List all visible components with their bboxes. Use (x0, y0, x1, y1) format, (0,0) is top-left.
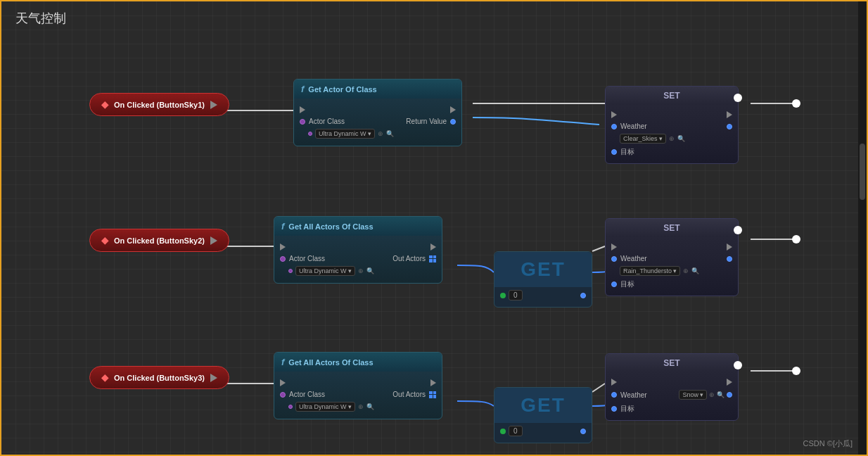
watermark: CSDN ©[小瓜] (803, 438, 853, 449)
set-node-1[interactable]: SET Weather (605, 86, 739, 164)
set-exec-row-3 (606, 376, 738, 388)
exec-in-arrow-3 (280, 379, 286, 386)
search-icon-1[interactable]: 🔍 (386, 130, 394, 137)
weather-chevron-3: ▾ (700, 391, 703, 398)
get-actor-of-class-node[interactable]: f Get Actor Of Class Actor Class Return … (293, 79, 462, 146)
set-header-2: SET (606, 219, 738, 237)
weather-left-1: Weather (611, 122, 647, 130)
weather-pin-row-2: Weather (606, 253, 738, 265)
weather-label-3: Weather (620, 391, 647, 399)
event-node-2[interactable]: ◆ On Clicked (ButtonSky2) (89, 229, 229, 252)
target-dot-2 (611, 281, 617, 287)
set-header-1: SET (606, 87, 738, 105)
add-icon-3[interactable]: ⊕ (358, 403, 364, 410)
get-header-2: GET (494, 252, 592, 287)
add-icon-2[interactable]: ⊕ (358, 267, 364, 274)
get-body-2: 0 (494, 287, 592, 303)
actor-class-dropdown-2[interactable]: Ultra Dynamic W ▾ (295, 266, 355, 276)
actor-class-sub-2[interactable]: Ultra Dynamic W ▾ ⊕ 🔍 (274, 265, 442, 277)
weather-pin-row-3: Weather Snow ▾ ⊕ 🔍 (606, 388, 738, 402)
actor-class-left-3: Actor Class (280, 391, 325, 398)
actor-class-sub-dot-1 (308, 132, 312, 136)
actor-class-dot-1 (300, 119, 305, 125)
set-exec-out-arrow-2 (727, 243, 732, 251)
search-icon-set-3[interactable]: 🔍 (717, 391, 725, 398)
weather-left-2: Weather (611, 255, 647, 262)
event-label-2: On Clicked (ButtonSky2) (114, 236, 205, 245)
get-all-actors-node-3[interactable]: f Get All Actors Of Class Actor Class Ou… (274, 352, 442, 419)
exec-out-pin-row-1 (450, 106, 456, 113)
target-dot-1 (611, 149, 617, 155)
scrollbar[interactable] (858, 1, 867, 455)
get-valid-dot-3 (500, 429, 506, 434)
exec-in-pin-1 (300, 106, 305, 113)
get-index-row-2: 0 (500, 290, 523, 300)
chevron-3: ▾ (348, 403, 352, 410)
target-label-1: 目标 (620, 147, 634, 157)
search-icon-3[interactable]: 🔍 (366, 403, 374, 410)
set-exec-in-3 (611, 379, 617, 386)
actor-class-left-1: Actor Class (300, 118, 345, 125)
func-title-3: Get All Actors Of Class (288, 358, 373, 367)
white-pin-1 (734, 94, 742, 102)
get-node-3[interactable]: GET 0 (494, 387, 592, 443)
weather-dropdown-1[interactable]: Clear_Skies ▾ (620, 134, 666, 144)
exec-pin-row-2 (274, 241, 442, 253)
weather-inline-right-3: Snow ▾ ⊕ 🔍 (679, 390, 732, 400)
weather-label-2: Weather (620, 255, 647, 262)
chevron-1: ▾ (368, 130, 371, 137)
exec-out-arrow-3 (430, 379, 436, 386)
weather-dropdown-2[interactable]: Rain_Thundersto ▾ (620, 266, 680, 276)
set-node-3[interactable]: SET Weather Snow ▾ (605, 353, 739, 421)
blueprint-canvas: 天气控制 ◆ On Clicked (ButtonSky1) f Get Act… (0, 0, 868, 456)
exec-out-pin-1 (210, 101, 217, 109)
set-exec-out-1 (727, 111, 732, 118)
out-actors-label-2: Out Actors (392, 255, 426, 262)
plus-icon-2[interactable]: ⊕ (683, 267, 689, 274)
scrollbar-thumb[interactable] (860, 144, 865, 200)
actor-class-label-2: Actor Class (289, 255, 325, 262)
add-icon-1[interactable]: ⊕ (378, 130, 383, 137)
func-body-2: Actor Class Out Actors Ultra Dynamic W ▾… (274, 236, 442, 283)
event-icon-1: ◆ (101, 99, 108, 110)
weather-dropdown-3[interactable]: Snow ▾ (679, 390, 707, 400)
event-node-1[interactable]: ◆ On Clicked (ButtonSky1) (89, 93, 229, 116)
get-index-val-2[interactable]: 0 (509, 290, 523, 300)
set-exec-out-2 (727, 243, 732, 251)
actor-class-pin-row-3: Actor Class Out Actors (274, 388, 442, 400)
actor-class-dropdown-1[interactable]: Ultra Dynamic W ▾ (315, 129, 375, 139)
get-label-2: GET (521, 258, 566, 281)
out-actors-label-3: Out Actors (392, 391, 426, 398)
get-index-val-3[interactable]: 0 (509, 426, 523, 436)
exec-in-arrow-1 (300, 106, 305, 113)
actor-class-sub-3[interactable]: Ultra Dynamic W ▾ ⊕ 🔍 (274, 400, 442, 413)
actor-class-dropdown-3[interactable]: Ultra Dynamic W ▾ (295, 402, 355, 412)
actor-class-sub-1[interactable]: Ultra Dynamic W ▾ ⊕ 🔍 (294, 127, 461, 140)
search-icon-set-1[interactable]: 🔍 (677, 135, 685, 142)
actor-class-label-3: Actor Class (289, 391, 325, 398)
actor-class-sub-dot-2 (288, 269, 293, 273)
exec-out-pin-2 (210, 236, 217, 245)
plus-icon-1[interactable]: ⊕ (669, 135, 675, 142)
get-index-row-3: 0 (500, 426, 523, 436)
event-node-3[interactable]: ◆ On Clicked (ButtonSky3) (89, 366, 229, 389)
weather-label-1: Weather (620, 122, 647, 130)
plus-icon-3[interactable]: ⊕ (709, 391, 715, 398)
search-icon-set-2[interactable]: 🔍 (691, 267, 699, 274)
set-body-1: Weather Clear_Skies ▾ ⊕ 🔍 目标 (606, 105, 738, 163)
weather-sub-1[interactable]: Clear_Skies ▾ ⊕ 🔍 (606, 132, 738, 145)
target-left-2: 目标 (611, 279, 634, 289)
get-node-2[interactable]: GET 0 (494, 251, 592, 308)
set-node-2[interactable]: SET Weather (605, 218, 739, 296)
get-all-actors-node-2[interactable]: f Get All Actors Of Class Actor Class Ou… (274, 216, 442, 284)
white-pin-2 (734, 226, 742, 234)
actor-class-value-1: Ultra Dynamic W (319, 130, 366, 137)
exec-out-2 (430, 243, 436, 251)
exec-out-arrow-2 (430, 243, 436, 251)
search-icon-2[interactable]: 🔍 (366, 267, 374, 274)
weather-right-1 (727, 124, 732, 129)
func-header-2: f Get All Actors Of Class (274, 217, 442, 236)
weather-sub-2[interactable]: Rain_Thundersto ▾ ⊕ 🔍 (606, 265, 738, 277)
canvas-title: 天气控制 (15, 10, 66, 27)
white-pin-3 (734, 361, 742, 369)
